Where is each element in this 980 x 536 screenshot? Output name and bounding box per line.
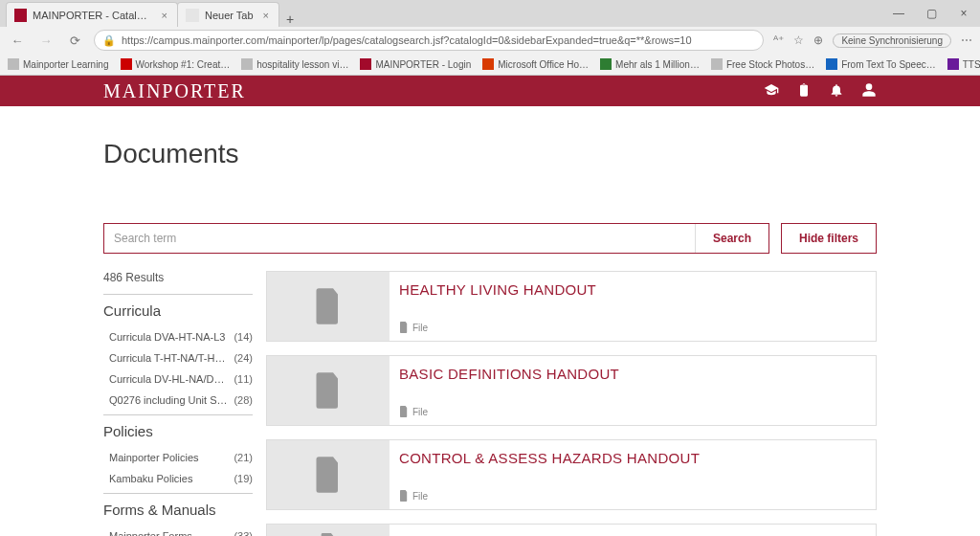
bookmark-item[interactable]: Mainporter Learning	[8, 58, 109, 70]
maximize-button[interactable]: ▢	[915, 0, 947, 27]
user-icon[interactable]	[861, 82, 877, 100]
result-card[interactable]: HEALTHY LIVING HANDOUT File	[266, 271, 877, 342]
search-box: Search	[103, 223, 769, 254]
tab-title: MAINPORTER - Catalogue	[33, 10, 151, 21]
card-body: HAZARDS IN HOSPITALITY HANDOUT	[390, 525, 876, 536]
url-text: https://campus.mainporter.com/mainporter…	[122, 34, 692, 46]
card-body: HEALTHY LIVING HANDOUT File	[390, 272, 876, 341]
bookmark-icon	[826, 58, 837, 70]
card-title[interactable]: CONTROL & ASSESS HAZARDS HANDOUT	[399, 450, 866, 466]
close-window-button[interactable]: ×	[947, 0, 980, 27]
bookmark-item[interactable]: Mehr als 1 Million…	[600, 58, 700, 70]
card-title[interactable]: HEALTHY LIVING HANDOUT	[399, 281, 866, 298]
browser-tab[interactable]: Neuer Tab ×	[177, 2, 279, 27]
bookmark-item[interactable]: Microsoft Office Ho…	[482, 58, 589, 70]
lock-icon: 🔒	[102, 34, 116, 47]
favorite-icon[interactable]: ☆	[793, 34, 804, 47]
facet-item[interactable]: Curricula T-HT-NA/T-HL-…(24)	[103, 347, 253, 368]
minimize-button[interactable]: —	[882, 0, 915, 27]
filters-sidebar: 486 Results Curricula Curricula DVA-HT-N…	[103, 271, 253, 536]
bookmark-icon	[482, 58, 494, 70]
facet-title: Forms & Manuals	[103, 502, 253, 518]
facet-title: Policies	[103, 423, 253, 439]
facet-item[interactable]: Curricula DVA-HT-NA-L3(14)	[103, 326, 253, 347]
toolbar-right: ᴬ⁺ ☆ ⊕ Keine Synchronisierung ⋯	[773, 34, 972, 48]
card-title[interactable]: BASIC DEFINITIONS HANDOUT	[399, 366, 866, 382]
refresh-button[interactable]: ⟳	[65, 34, 84, 48]
document-icon	[267, 356, 390, 425]
graduation-cap-icon[interactable]	[764, 82, 779, 100]
facet-item[interactable]: Curricula DV-HL-NA/DV-…(11)	[103, 368, 253, 390]
bookmark-item[interactable]: MAINPORTER - Login	[360, 58, 471, 70]
close-icon[interactable]: ×	[263, 10, 269, 21]
search-input[interactable]	[104, 224, 695, 253]
facet-item[interactable]: Kambaku Policies(19)	[103, 468, 253, 489]
card-meta: File	[399, 490, 866, 502]
card-meta: File	[399, 406, 866, 417]
card-meta: File	[399, 322, 866, 333]
address-bar: ← → ⟳ 🔒 https://campus.mainporter.com/ma…	[0, 27, 980, 54]
results-count: 486 Results	[103, 271, 253, 284]
bookmark-item[interactable]: From Text To Speec…	[826, 58, 936, 70]
tab-title: Neuer Tab	[205, 10, 254, 21]
bookmarks-bar: Mainporter Learning Workshop #1: Creat… …	[0, 54, 980, 75]
app-header: MAINPORTER	[0, 76, 980, 106]
document-icon	[267, 272, 390, 341]
brand-logo[interactable]: MAINPORTER	[103, 80, 246, 102]
new-tab-button[interactable]: +	[278, 11, 301, 27]
url-field[interactable]: 🔒 https://campus.mainporter.com/mainport…	[94, 30, 764, 51]
bookmark-item[interactable]: TTSFree.com - Text…	[947, 58, 980, 70]
header-icons	[764, 82, 877, 100]
bookmark-icon	[600, 58, 612, 70]
bookmark-icon	[360, 58, 371, 70]
sync-status[interactable]: Keine Synchronisierung	[833, 34, 951, 48]
facet-item[interactable]: Mainporter Forms(33)	[103, 525, 253, 536]
clipboard-icon[interactable]	[796, 82, 812, 100]
bookmark-item[interactable]: Workshop #1: Creat…	[121, 58, 231, 70]
browser-tab-active[interactable]: MAINPORTER - Catalogue ×	[6, 2, 178, 27]
collections-icon[interactable]: ⊕	[813, 34, 823, 47]
bookmark-icon	[8, 58, 19, 70]
card-body: BASIC DEFINITIONS HANDOUT File	[390, 356, 876, 425]
bookmark-item[interactable]: Free Stock Photos…	[711, 58, 814, 70]
back-button[interactable]: ←	[8, 34, 27, 48]
facet-item[interactable]: Q0276 including Unit St…(28)	[103, 390, 253, 411]
facet-title: Curricula	[103, 302, 253, 319]
result-card[interactable]: HAZARDS IN HOSPITALITY HANDOUT	[266, 524, 877, 536]
forward-button[interactable]: →	[36, 34, 56, 48]
bookmark-icon	[947, 58, 959, 70]
search-row: Search Hide filters	[103, 223, 877, 254]
document-icon	[267, 440, 390, 509]
tab-strip: MAINPORTER - Catalogue × Neuer Tab × + —…	[0, 0, 980, 27]
page-title: Documents	[103, 139, 877, 169]
result-card[interactable]: BASIC DEFINITIONS HANDOUT File	[266, 355, 877, 426]
bookmark-icon	[711, 58, 723, 70]
favicon-icon	[186, 9, 199, 22]
search-button[interactable]: Search	[695, 224, 768, 253]
window-controls: — ▢ ×	[882, 0, 980, 27]
results-list: HEALTHY LIVING HANDOUT File BASIC DEFINI…	[266, 271, 877, 536]
lower-region: 486 Results Curricula Curricula DVA-HT-N…	[103, 271, 877, 536]
bell-icon[interactable]	[829, 82, 844, 100]
document-icon	[267, 525, 390, 536]
card-body: CONTROL & ASSESS HAZARDS HANDOUT File	[390, 440, 876, 509]
reader-icon[interactable]: ᴬ⁺	[773, 34, 784, 47]
bookmark-icon	[241, 58, 253, 70]
close-icon[interactable]: ×	[162, 10, 167, 21]
bookmark-icon	[121, 58, 132, 70]
content-area: Documents Search Hide filters 486 Result…	[103, 139, 877, 536]
favicon-icon	[14, 9, 27, 22]
hide-filters-button[interactable]: Hide filters	[781, 223, 877, 254]
result-card[interactable]: CONTROL & ASSESS HAZARDS HANDOUT File	[266, 439, 877, 510]
menu-icon[interactable]: ⋯	[961, 34, 972, 47]
browser-chrome: MAINPORTER - Catalogue × Neuer Tab × + —…	[0, 0, 980, 76]
facet-item[interactable]: Mainporter Policies(21)	[103, 447, 253, 468]
bookmark-item[interactable]: hospitality lesson vi…	[241, 58, 348, 70]
